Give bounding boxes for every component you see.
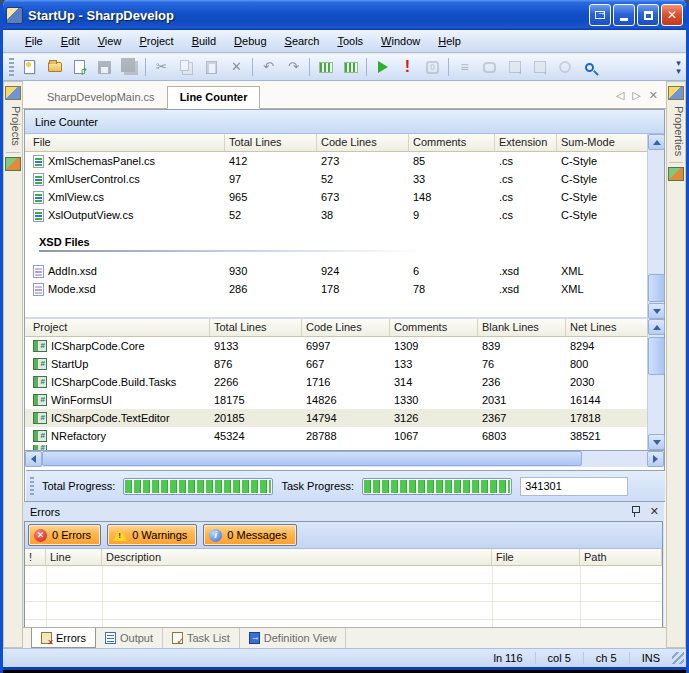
resize-grip[interactable] xyxy=(672,652,684,664)
col-total[interactable]: Total Lines xyxy=(210,319,302,336)
col-code[interactable]: Code Lines xyxy=(317,134,409,151)
project-table-scrollbar[interactable] xyxy=(647,319,664,450)
col-path[interactable]: Path xyxy=(580,549,662,565)
run-button[interactable] xyxy=(370,56,395,79)
new-file-button[interactable] xyxy=(17,56,42,79)
maximize-button[interactable] xyxy=(637,4,659,26)
tab-definition-view[interactable]: Definition View xyxy=(240,628,347,648)
menu-debug[interactable]: Debug xyxy=(226,32,274,50)
col-comments[interactable]: Comments xyxy=(390,319,478,336)
table-row[interactable]: XslOutputView.cs 52 38 9 .cs C-Style xyxy=(25,206,664,224)
delete-button[interactable]: ✕ xyxy=(224,56,249,79)
uncomment-region-button[interactable] xyxy=(338,56,363,79)
col-extension[interactable]: Extension xyxy=(495,134,557,151)
stop-button[interactable]: 0 xyxy=(420,56,445,79)
table-row[interactable]: XmlUserControl.cs 97 52 33 .cs C-Style xyxy=(25,170,664,188)
cut-button[interactable]: ✂ xyxy=(149,56,174,79)
scroll-left-button[interactable] xyxy=(25,451,42,467)
comment-region-button[interactable] xyxy=(313,56,338,79)
shape-button[interactable] xyxy=(477,56,502,79)
table-row[interactable]: XmlSchemasPanel.cs 412 273 85 .cs C-Styl… xyxy=(25,152,664,170)
menu-edit[interactable]: Edit xyxy=(53,32,88,50)
save-button[interactable] xyxy=(92,56,117,79)
col-line[interactable]: Line xyxy=(46,549,102,565)
close-button[interactable]: ✕ xyxy=(661,4,683,26)
toolbox-pad-icon[interactable] xyxy=(668,167,684,181)
warnings-filter-button[interactable]: 0 Warnings xyxy=(107,524,197,546)
prev-bookmark-button[interactable] xyxy=(502,56,527,79)
col-file[interactable]: File xyxy=(25,134,225,151)
col-description[interactable]: Description xyxy=(102,549,492,565)
scrollbar-track[interactable] xyxy=(582,451,647,467)
toolbar-grip[interactable] xyxy=(9,58,14,76)
table-row[interactable]: Mode.xsd 286 178 78 .xsd XML xyxy=(25,280,664,298)
new-from-template-button[interactable] xyxy=(67,56,92,79)
copy-button[interactable] xyxy=(174,56,199,79)
undo-button[interactable]: ↶ xyxy=(256,56,281,79)
title-bar[interactable]: StartUp - SharpDevelop ✕ xyxy=(0,0,689,30)
col-severity[interactable]: ! xyxy=(25,549,46,565)
breakpoint-button[interactable]: ! xyxy=(395,56,420,79)
properties-tab[interactable]: Properties xyxy=(667,106,685,156)
menu-file[interactable]: File xyxy=(17,32,51,50)
search-button[interactable] xyxy=(577,56,602,79)
scroll-right-button[interactable] xyxy=(647,451,664,467)
projects-tab[interactable]: Projects xyxy=(4,106,22,146)
save-all-button[interactable] xyxy=(117,56,142,79)
tab-task-list[interactable]: Task List xyxy=(163,628,240,648)
panel-close-icon[interactable]: ✕ xyxy=(650,505,659,518)
menu-tools[interactable]: Tools xyxy=(329,32,371,50)
menu-build[interactable]: Build xyxy=(184,32,224,50)
tab-sharpdevelopmain[interactable]: SharpDevelopMain.cs xyxy=(35,87,167,108)
col-file[interactable]: File xyxy=(492,549,580,565)
scrollbar-thumb[interactable] xyxy=(648,337,665,375)
scroll-down-button[interactable] xyxy=(648,434,665,450)
tab-output[interactable]: Output xyxy=(96,628,163,648)
properties-pad-icon[interactable] xyxy=(668,86,684,100)
errors-filter-button[interactable]: ✕ 0 Errors xyxy=(28,524,101,546)
menu-search[interactable]: Search xyxy=(277,32,328,50)
pin-icon[interactable] xyxy=(630,505,640,517)
next-bookmark-button[interactable] xyxy=(527,56,552,79)
toolbar-overflow-button[interactable]: ▾▾ xyxy=(673,59,684,75)
tab-scroll-left-button[interactable]: ◁ xyxy=(616,89,624,102)
tab-errors[interactable]: Errors xyxy=(31,628,96,648)
table-row[interactable]: StartUp 876 667 133 76 800 xyxy=(25,355,664,373)
table-row[interactable]: ICSharpCode.Core 9133 6997 1309 839 8294 xyxy=(25,337,664,355)
projects-pad-icon[interactable] xyxy=(5,86,21,100)
table-row[interactable]: NRefactory 45324 28788 1067 6803 38521 xyxy=(25,427,664,445)
scrollbar-thumb[interactable] xyxy=(648,274,665,302)
menu-project[interactable]: Project xyxy=(131,32,181,50)
menu-help[interactable]: Help xyxy=(430,32,469,50)
table-row[interactable]: XmlView.cs 965 673 148 .cs C-Style xyxy=(25,188,664,206)
dock-window-button[interactable] xyxy=(589,4,611,26)
table-row[interactable]: WinFormsUI 18175 14826 1330 2031 16144 xyxy=(25,391,664,409)
tab-line-counter[interactable]: Line Counter xyxy=(167,86,261,109)
tab-scroll-right-button[interactable]: ▷ xyxy=(632,89,640,102)
table-row[interactable]: AddIn.xsd 930 924 6 .xsd XML xyxy=(25,262,664,280)
open-file-button[interactable] xyxy=(42,56,67,79)
scrollbar-thumb[interactable] xyxy=(42,451,582,466)
col-project[interactable]: Project xyxy=(25,319,210,336)
classes-pad-icon[interactable] xyxy=(5,157,21,171)
paste-button[interactable] xyxy=(199,56,224,79)
table-row-highlighted[interactable]: ICSharpCode.TextEditor 20185 14794 3126 … xyxy=(25,409,664,427)
clear-bookmarks-button[interactable] xyxy=(552,56,577,79)
errors-panel-titlebar[interactable]: Errors ✕ xyxy=(24,502,663,521)
table-row[interactable]: ICSharpCode.Build.Tasks 2266 1716 314 23… xyxy=(25,373,664,391)
col-comments[interactable]: Comments xyxy=(409,134,495,151)
progress-toolbar-grip[interactable] xyxy=(30,477,34,495)
col-total[interactable]: Total Lines xyxy=(225,134,317,151)
menu-window[interactable]: Window xyxy=(373,32,428,50)
horizontal-scrollbar[interactable] xyxy=(25,450,664,467)
scroll-up-button[interactable] xyxy=(648,319,665,335)
tab-close-button[interactable]: ✕ xyxy=(649,89,658,102)
col-blank[interactable]: Blank Lines xyxy=(478,319,566,336)
minimize-button[interactable] xyxy=(613,4,635,26)
scroll-down-button[interactable] xyxy=(648,303,665,319)
scroll-up-button[interactable] xyxy=(648,134,665,150)
file-table-scrollbar[interactable] xyxy=(647,134,664,319)
list-button[interactable]: ≡ xyxy=(452,56,477,79)
messages-filter-button[interactable]: i 0 Messages xyxy=(203,524,296,546)
menu-view[interactable]: View xyxy=(90,32,130,50)
